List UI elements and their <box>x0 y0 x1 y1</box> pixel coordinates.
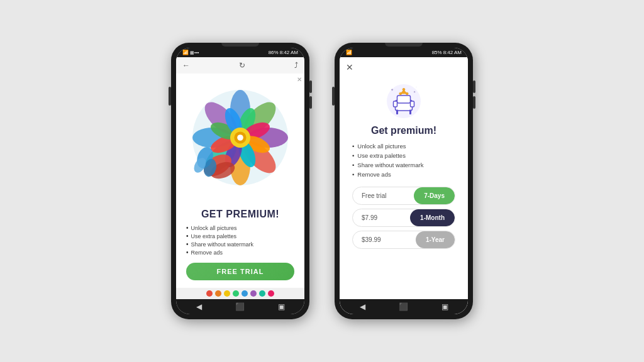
close-button[interactable]: ✕ <box>346 62 353 72</box>
pricing-screen: ✕ ✦ ✦ · <box>340 57 468 314</box>
app-header-1: ← ↻ ⤴ <box>176 57 304 74</box>
premium-title: GET PREMIUM! <box>186 209 294 220</box>
status-left-2: 📶 <box>346 50 352 55</box>
back-nav-btn-2[interactable]: ◀ <box>360 302 365 311</box>
nav-bar-2: ◀ ⬛ ▣ <box>340 299 468 314</box>
phone-2: 📶 85% 8:42 AM ✕ ✦ ✦ · <box>335 43 473 319</box>
monthly-period[interactable]: 1-Month <box>410 209 455 226</box>
mandala-image <box>190 87 291 188</box>
svg-point-38 <box>402 88 405 90</box>
free-trial-button[interactable]: FREE TRIAL <box>186 263 294 280</box>
color-dot[interactable] <box>224 290 230 297</box>
signal-icon: ▦▪▪▪ <box>190 50 199 55</box>
phone1-screen: 📶 ▦▪▪▪ 86% 8:42 AM ← ↻ ⤴ ✕ <box>176 48 304 314</box>
color-dot[interactable] <box>259 290 265 297</box>
premium-card: GET PREMIUM! Unlock all pictures Use ext… <box>176 201 304 288</box>
status-left-1: 📶 ▦▪▪▪ <box>182 50 199 55</box>
back-nav-btn[interactable]: ◀ <box>196 302 202 311</box>
free-trial-option[interactable]: Free trial 7-Days <box>352 187 455 205</box>
nav-bar-1: ◀ ⬛ ▣ <box>176 299 304 314</box>
back-icon[interactable]: ← <box>182 61 190 70</box>
free-trial-label: Free trial <box>353 187 414 204</box>
svg-text:·: · <box>416 86 417 89</box>
home-nav-btn[interactable]: ⬛ <box>235 302 245 311</box>
color-dot[interactable] <box>215 290 221 297</box>
pricing-content: Get premium! Unlock all pictures Use ext… <box>340 123 468 299</box>
color-dot[interactable] <box>268 290 274 297</box>
wifi-icon: 📶 <box>182 50 189 55</box>
svg-text:✦: ✦ <box>391 88 394 92</box>
pricing-header: ✕ <box>340 57 468 77</box>
svg-point-36 <box>399 92 402 95</box>
volume-down-btn-2 <box>473 96 475 109</box>
power-btn-2 <box>332 87 335 106</box>
feature-item: Unlock all pictures <box>186 224 294 232</box>
monthly-option[interactable]: $7.99 1-Month <box>352 209 455 227</box>
home-nav-btn-2[interactable]: ⬛ <box>399 302 408 311</box>
color-dot[interactable] <box>250 290 257 297</box>
svg-rect-30 <box>397 96 411 103</box>
svg-rect-32 <box>411 101 414 107</box>
recent-nav-btn-2[interactable]: ▣ <box>441 302 448 311</box>
feature-item-2: Use extra palettes <box>352 151 455 160</box>
refresh-icon[interactable]: ↻ <box>239 61 245 70</box>
mandala-area: ✕ <box>176 74 304 201</box>
volume-up-btn <box>309 80 312 93</box>
close-icon[interactable]: ✕ <box>297 76 302 83</box>
yearly-label: $39.99 <box>353 231 416 248</box>
svg-point-19 <box>237 134 243 141</box>
get-premium-heading: Get premium! <box>352 125 455 136</box>
svg-point-37 <box>406 92 408 95</box>
features-list-2: Unlock all pictures Use extra palettes S… <box>352 141 455 179</box>
phone-1: 📶 ▦▪▪▪ 86% 8:42 AM ← ↻ ⤴ ✕ <box>171 43 309 319</box>
color-wheel-strip <box>176 288 304 299</box>
feature-item-2: Remove ads <box>352 170 455 179</box>
volume-down-btn <box>309 96 312 109</box>
time-text: 8:42 AM <box>280 50 298 55</box>
feature-item-2: Share without watermark <box>352 160 455 170</box>
svg-rect-34 <box>409 110 411 115</box>
volume-up-btn-2 <box>473 80 475 93</box>
svg-rect-33 <box>396 110 398 115</box>
svg-rect-31 <box>394 101 397 107</box>
share-icon[interactable]: ⤴ <box>294 61 298 70</box>
armchair-icon: ✦ ✦ · <box>385 82 423 120</box>
recent-nav-btn[interactable]: ▣ <box>278 302 285 311</box>
features-list-1: Unlock all pictures Use extra palettes S… <box>186 224 294 256</box>
status-right-1: 86% 8:42 AM <box>269 50 298 55</box>
power-btn <box>169 87 171 106</box>
color-dot[interactable] <box>206 290 213 297</box>
feature-item-2: Unlock all pictures <box>352 141 455 151</box>
yearly-period[interactable]: 1-Year <box>416 231 455 248</box>
feature-item: Use extra palettes <box>186 232 294 240</box>
free-trial-period[interactable]: 7-Days <box>414 187 455 204</box>
premium-icon-area: ✦ ✦ · <box>340 77 468 123</box>
status-bar-1: 📶 ▦▪▪▪ 86% 8:42 AM <box>176 48 304 57</box>
phone2-screen: 📶 85% 8:42 AM ✕ ✦ ✦ · <box>340 48 468 314</box>
time-text-2: 8:42 AM <box>443 50 462 55</box>
battery-text: 86% <box>269 50 279 55</box>
feature-item: Remove ads <box>186 248 294 256</box>
color-dot[interactable] <box>233 290 239 297</box>
svg-text:✦: ✦ <box>413 90 416 94</box>
yearly-option[interactable]: $39.99 1-Year <box>352 231 455 249</box>
feature-item: Share without watermark <box>186 240 294 248</box>
wifi-icon-2: 📶 <box>346 50 352 55</box>
monthly-label: $7.99 <box>353 209 410 226</box>
status-bar-2: 📶 85% 8:42 AM <box>340 48 468 57</box>
status-right-2: 85% 8:42 AM <box>432 50 462 55</box>
battery-text-2: 85% <box>432 50 442 55</box>
color-dot[interactable] <box>242 290 248 297</box>
